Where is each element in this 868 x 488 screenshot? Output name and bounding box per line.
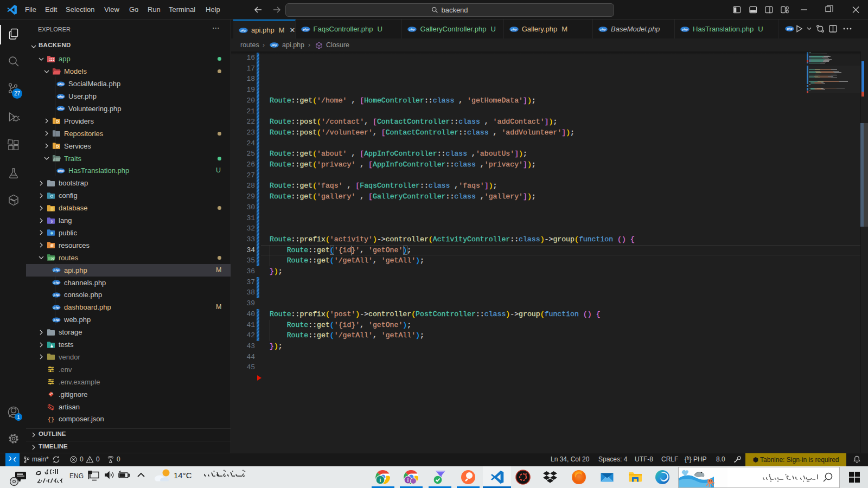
svg-text:php: php — [302, 28, 309, 31]
svg-text:php: php — [271, 43, 277, 47]
svg-text:php: php — [58, 107, 64, 111]
svg-text:php: php — [58, 169, 64, 172]
svg-text:php: php — [53, 281, 60, 284]
svg-text:php: php — [599, 28, 606, 31]
svg-text:php: php — [409, 28, 416, 31]
svg-text:{}: {} — [48, 417, 54, 423]
svg-text:php: php — [53, 268, 60, 272]
svg-text:文: 文 — [50, 219, 54, 223]
svg-text:php: php — [53, 306, 60, 309]
svg-text:php: php — [240, 29, 246, 32]
svg-text:php: php — [58, 82, 64, 86]
svg-text:php: php — [53, 293, 60, 297]
svg-text:php: php — [681, 28, 688, 31]
svg-text:php: php — [53, 318, 60, 322]
svg-text:php: php — [786, 27, 793, 30]
svg-text:php: php — [58, 95, 64, 98]
svg-text:i: i — [407, 478, 409, 483]
svg-text:php: php — [510, 28, 517, 31]
svg-text:i: i — [380, 477, 381, 483]
